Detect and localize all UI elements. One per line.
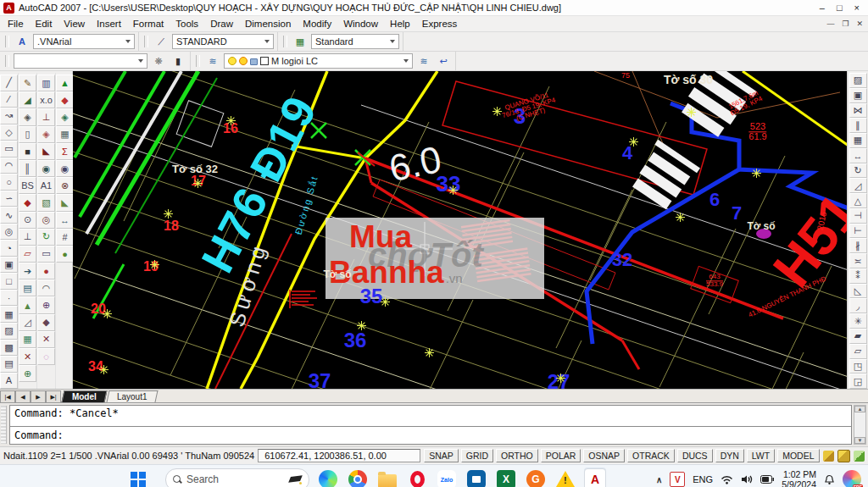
revcloud-icon[interactable]: ∽ xyxy=(0,191,18,208)
cross-icon[interactable]: ✕ xyxy=(19,348,36,365)
tab-nav-last[interactable]: ▶| xyxy=(46,390,61,402)
wifi-icon[interactable] xyxy=(721,474,733,484)
explode-icon[interactable]: ✳ xyxy=(849,313,867,329)
polygon-icon[interactable]: ◇ xyxy=(0,125,18,141)
join-icon[interactable]: ⁑ xyxy=(849,268,867,284)
tray-chevron-icon[interactable]: ∧ xyxy=(656,475,662,484)
polyline-icon[interactable]: ↝ xyxy=(0,108,18,125)
make-layer-current-icon[interactable]: ≋ xyxy=(415,53,432,69)
layer-color-swatch[interactable] xyxy=(260,57,269,65)
unikey-icon[interactable]: V xyxy=(670,472,685,487)
well-icon[interactable]: ◉ xyxy=(56,160,74,177)
doc-close-button[interactable]: ✕ xyxy=(856,19,863,28)
circle-icon[interactable]: ○ xyxy=(0,174,18,191)
menu-draw[interactable]: Draw xyxy=(204,18,239,30)
menu-dimension[interactable]: Dimension xyxy=(239,18,297,30)
perp-icon[interactable]: ⊥ xyxy=(19,229,36,246)
volume-icon[interactable] xyxy=(741,474,753,484)
coordinates-readout[interactable]: 610672.41, 1200386.51, 0.00 xyxy=(258,449,420,462)
flag-icon[interactable]: ◆ xyxy=(56,91,74,108)
ellipse-icon[interactable]: ◎ xyxy=(0,224,18,241)
battery-icon[interactable] xyxy=(760,475,774,484)
text-style-icon[interactable]: A xyxy=(14,34,31,49)
recycle-icon[interactable]: ↻ xyxy=(37,229,55,246)
menu-view[interactable]: View xyxy=(58,18,91,30)
table-style-icon[interactable]: ▦ xyxy=(292,34,309,49)
gradient-icon[interactable]: ▨ xyxy=(0,323,18,340)
dim-style-combo[interactable]: STANDARD xyxy=(172,34,274,49)
offset-icon[interactable]: ∥ xyxy=(849,118,867,133)
sigma-icon[interactable]: Σ xyxy=(56,143,74,160)
close-button[interactable]: × xyxy=(854,3,860,13)
gem-icon[interactable]: ◆ xyxy=(37,314,55,331)
table-icon[interactable]: ▤ xyxy=(0,356,18,373)
frame-icon[interactable]: ▯ xyxy=(19,126,36,143)
spark-icon[interactable]: ◈ xyxy=(37,126,55,143)
layers-stack-icon[interactable]: ≋ xyxy=(204,53,221,69)
pin-icon[interactable]: ⊕ xyxy=(19,365,36,382)
tab-layout1[interactable]: Layout1 xyxy=(106,390,158,402)
taskbar-file-explorer[interactable] xyxy=(376,468,398,487)
menu-edit[interactable]: Edit xyxy=(30,18,58,30)
parallelogram-icon[interactable]: ▱ xyxy=(19,246,36,263)
toggle-model[interactable]: MODEL xyxy=(777,449,819,462)
command-scrollbar[interactable]: ▲▼ xyxy=(854,405,866,445)
language-indicator[interactable]: ENG xyxy=(693,474,713,484)
command-panel-grip[interactable] xyxy=(1,406,7,444)
arc-icon[interactable]: ◠ xyxy=(0,158,18,174)
menu-help[interactable]: Help xyxy=(384,18,416,30)
spline-icon[interactable]: ∿ xyxy=(0,207,18,224)
plus-icon[interactable]: ⊕ xyxy=(37,296,55,313)
erase-icon[interactable]: ▨ xyxy=(849,73,867,88)
frame2-icon[interactable]: ▭ xyxy=(37,246,55,263)
ellipse-arc-icon[interactable]: ◔ xyxy=(0,240,18,257)
taskbar-coccoc[interactable]: G xyxy=(525,468,547,487)
menu-format[interactable]: Format xyxy=(127,18,170,30)
insert-block-icon[interactable]: ▣ xyxy=(0,257,18,274)
taskbar-ms-store[interactable] xyxy=(465,468,487,487)
dot-icon[interactable]: ● xyxy=(37,263,55,279)
taskbar-warning-app[interactable]: ! xyxy=(554,468,576,487)
rectangle-icon[interactable]: ▭ xyxy=(0,141,18,158)
text-style-combo[interactable]: .VNArial xyxy=(33,34,135,49)
command-input[interactable]: Command: xyxy=(9,427,852,445)
menu-modify[interactable]: Modify xyxy=(297,18,337,30)
x2-icon[interactable]: ✕ xyxy=(37,331,55,348)
extend-icon[interactable]: ⊢ xyxy=(849,224,867,239)
arc2-icon[interactable]: ◠ xyxy=(37,279,55,296)
chamfer-icon[interactable]: ◺ xyxy=(849,284,867,299)
bolt-icon[interactable]: ● xyxy=(56,246,74,263)
slope-icon[interactable]: ◿ xyxy=(19,314,36,331)
edit-icon[interactable]: ◢ xyxy=(19,91,36,108)
panel-icon[interactable]: ▥ xyxy=(37,75,55,91)
menu-file[interactable]: File xyxy=(2,18,30,30)
taskbar-search[interactable]: Search xyxy=(165,468,309,487)
ring-icon[interactable]: ◌ xyxy=(37,348,55,365)
start-button[interactable] xyxy=(127,468,149,487)
mark-icon[interactable]: ◈ xyxy=(56,108,74,125)
mtext-icon[interactable]: A xyxy=(0,373,18,390)
fillet-icon[interactable]: ◞ xyxy=(849,298,867,313)
toggle-grid[interactable]: GRID xyxy=(461,449,493,462)
pipes-icon[interactable]: ↔ xyxy=(56,212,74,229)
wedge-icon[interactable]: ◣ xyxy=(37,143,55,160)
toggle-lwt[interactable]: LWT xyxy=(747,449,775,462)
line-icon[interactable]: ╱ xyxy=(0,75,18,91)
minimize-button[interactable]: – xyxy=(820,3,825,13)
stake-icon[interactable]: ⊥ xyxy=(37,108,55,125)
move-icon[interactable]: ↔ xyxy=(849,148,867,163)
make-block-icon[interactable]: □ xyxy=(0,273,18,290)
toggle-ortho[interactable]: ORTHO xyxy=(496,449,538,462)
a1-icon[interactable]: A1 xyxy=(37,177,55,194)
associated-files-icon[interactable] xyxy=(854,451,865,462)
draworder-front-icon[interactable]: ▰ xyxy=(849,329,867,344)
lock-toolbars-icon[interactable] xyxy=(837,450,850,462)
taskbar-excel[interactable]: X xyxy=(495,468,517,487)
tab-nav-prev[interactable]: ◀ xyxy=(15,390,31,402)
toggle-snap[interactable]: SNAP xyxy=(424,449,459,462)
layer-lock-icon[interactable] xyxy=(250,58,258,65)
target-icon[interactable]: ◎ xyxy=(37,212,55,229)
mount-icon[interactable]: ▲ xyxy=(19,296,36,313)
doc-restore-button[interactable]: ❐ xyxy=(842,19,849,28)
sketch-icon[interactable]: ✎ xyxy=(19,75,36,91)
